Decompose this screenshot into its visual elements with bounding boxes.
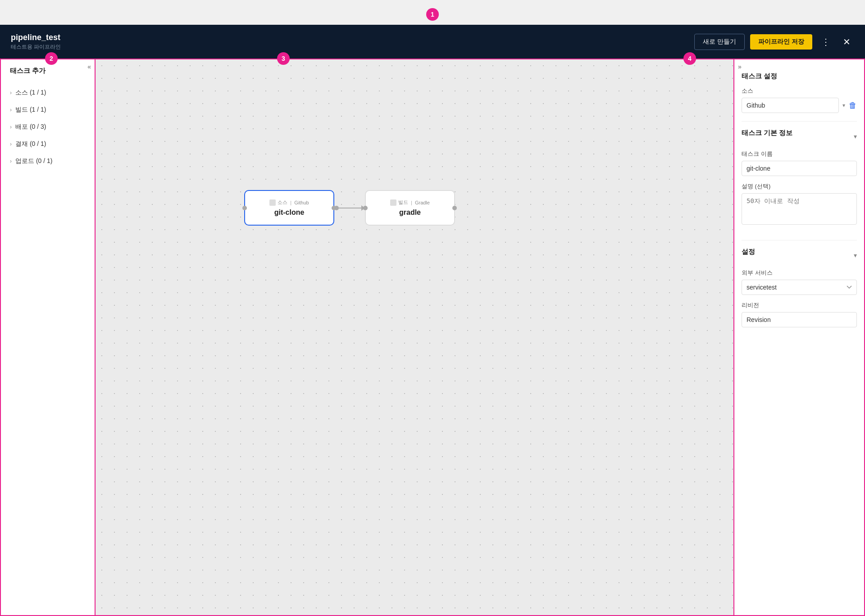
header: pipeline_test 테스트용 파이프라인 새로 만들기 파이프라인 저장…	[0, 25, 865, 59]
desc-label: 설명 (선택)	[742, 182, 857, 190]
task-settings-title: 태스크 설정	[742, 72, 857, 81]
divider-2	[742, 240, 857, 240]
close-button[interactable]: ✕	[839, 35, 854, 49]
node-right-connector	[332, 206, 336, 210]
pipeline-subtitle: 테스트용 파이프라인	[11, 43, 694, 51]
badge-1: 1	[426, 8, 439, 21]
sidebar-item-approval[interactable]: › 결재 (0 / 1)	[1, 136, 95, 153]
main-layout: « 태스크 추가 › 소스 (1 / 1) › 빌드 (1 / 1) › 배포 …	[0, 59, 865, 616]
node-type-source: 소스 | Github	[259, 199, 320, 206]
settings-title: 설정	[742, 248, 755, 256]
node-left-connector	[363, 206, 368, 210]
node-left-connector	[242, 206, 247, 210]
sidebar-item-deploy[interactable]: › 배포 (0 / 3)	[1, 118, 95, 136]
connector-line	[339, 208, 361, 208]
delete-source-button[interactable]: 🗑	[849, 101, 857, 110]
header-title-group: pipeline_test 테스트용 파이프라인	[11, 33, 694, 51]
node-name-gradle: gradle	[379, 208, 441, 217]
task-name-input[interactable]	[742, 161, 857, 176]
external-service-select[interactable]: servicetest service1 service2	[742, 280, 857, 295]
node-name-git-clone: git-clone	[259, 208, 320, 217]
save-pipeline-button[interactable]: 파이프라인 저장	[750, 34, 812, 50]
chevron-right-icon: ›	[10, 90, 12, 96]
settings-header[interactable]: 설정 ▾	[742, 248, 857, 263]
source-select[interactable]: Github GitLab Bitbucket	[742, 98, 839, 113]
task-info-header[interactable]: 태스크 기본 정보 ▾	[742, 129, 857, 144]
sidebar-right: » 태스크 설정 소스 Github GitLab Bitbucket ▾ 🗑 …	[733, 59, 864, 615]
pipeline-title: pipeline_test	[11, 33, 694, 42]
new-button[interactable]: 새로 만들기	[694, 34, 745, 50]
task-name-label: 태스크 이름	[742, 150, 857, 158]
chevron-down-icon: ▾	[854, 252, 857, 259]
source-label: 소스	[742, 87, 857, 95]
desc-textarea[interactable]	[742, 193, 857, 225]
step-badge-4: 4	[683, 52, 696, 65]
chevron-right-icon: ›	[10, 107, 12, 113]
chevron-down-icon: ▾	[854, 133, 857, 140]
pipeline-nodes: 소스 | Github git-clone 빌드 |	[244, 190, 455, 226]
sidebar-item-source-label: 소스 (1 / 1)	[15, 89, 46, 97]
canvas-background	[96, 59, 733, 615]
revision-input[interactable]	[742, 312, 857, 327]
collapse-right-button[interactable]: »	[738, 63, 742, 70]
node-right-connector	[452, 206, 457, 210]
task-category-list: › 소스 (1 / 1) › 빌드 (1 / 1) › 배포 (0 / 3) ›…	[1, 81, 95, 173]
step-badge-1: 1	[426, 8, 439, 21]
more-options-button[interactable]: ⋮	[818, 35, 834, 49]
source-icon	[269, 199, 276, 206]
chevron-right-icon: ›	[10, 158, 12, 164]
node-git-clone[interactable]: 소스 | Github git-clone	[244, 190, 334, 226]
chevron-right-icon: ›	[10, 141, 12, 147]
pipeline-canvas[interactable]: 소스 | Github git-clone 빌드 |	[96, 59, 733, 615]
node-gradle[interactable]: 빌드 | Gradle gradle	[365, 190, 455, 226]
sidebar-item-build-label: 빌드 (1 / 1)	[15, 106, 46, 114]
sidebar-item-build[interactable]: › 빌드 (1 / 1)	[1, 101, 95, 118]
revision-label: 리비전	[742, 301, 857, 309]
step-badge-3: 3	[277, 52, 290, 65]
collapse-left-button[interactable]: «	[87, 63, 91, 70]
divider-1	[742, 121, 857, 122]
step-badge-2: 2	[45, 52, 58, 65]
sidebar-item-source[interactable]: › 소스 (1 / 1)	[1, 84, 95, 101]
sidebar-item-upload-label: 업로드 (0 / 1)	[15, 157, 52, 165]
sidebar-item-approval-label: 결재 (0 / 1)	[15, 140, 46, 148]
source-row: Github GitLab Bitbucket ▾ 🗑	[742, 98, 857, 113]
chevron-down-icon: ▾	[842, 102, 845, 109]
node-connector	[334, 205, 365, 211]
sidebar-item-upload[interactable]: › 업로드 (0 / 1)	[1, 153, 95, 170]
header-actions: 새로 만들기 파이프라인 저장 ⋮ ✕	[694, 34, 854, 50]
chevron-right-icon: ›	[10, 124, 12, 130]
external-service-label: 외부 서비스	[742, 269, 857, 277]
node-type-build: 빌드 | Gradle	[379, 199, 441, 206]
sidebar-item-deploy-label: 배포 (0 / 3)	[15, 123, 46, 131]
sidebar-left: « 태스크 추가 › 소스 (1 / 1) › 빌드 (1 / 1) › 배포 …	[1, 59, 96, 615]
task-info-title: 태스크 기본 정보	[742, 129, 792, 137]
build-icon	[390, 199, 396, 206]
